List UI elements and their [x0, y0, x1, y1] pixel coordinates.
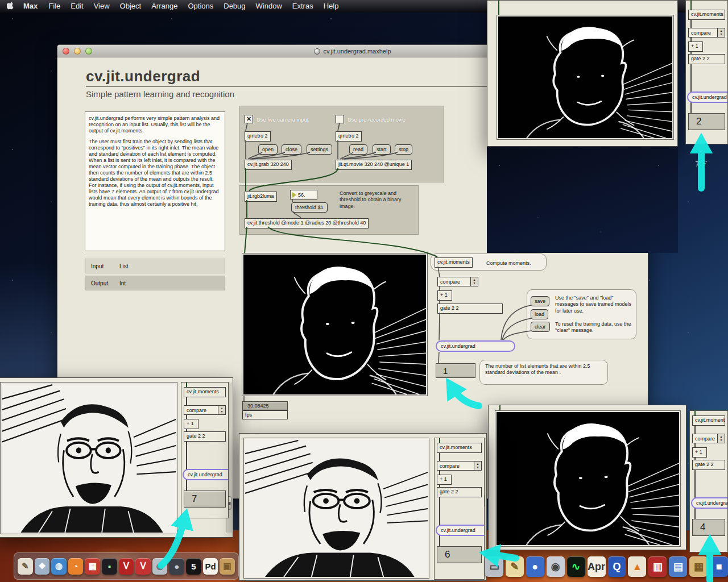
package-box-icon[interactable]: ▣	[220, 558, 235, 575]
io-value: List	[119, 263, 129, 269]
result-number-box[interactable]: 2	[688, 113, 725, 130]
patch-strip-top-right: cv.jit.moments compare + 1 gate 2 2 cv.j…	[685, 0, 728, 144]
menu-window[interactable]: Window	[251, 0, 287, 13]
close-message[interactable]: close	[282, 144, 301, 155]
red-book-icon[interactable]: ▥	[648, 556, 667, 577]
menu-extras[interactable]: Extras	[287, 0, 318, 13]
pure-data-icon[interactable]: Pd	[203, 558, 218, 575]
orb-light-icon[interactable]: ◉	[152, 558, 168, 575]
vmware-a-icon[interactable]: Ⅴ	[119, 558, 134, 575]
object-box-undergrad: cv.jit.undergrad	[183, 469, 229, 480]
settings-message[interactable]: settings	[307, 144, 332, 155]
compare-menu[interactable]: compare	[437, 277, 478, 286]
starfield	[487, 147, 678, 253]
vmware-b-icon[interactable]: Ⅴ	[135, 558, 151, 575]
menu-help[interactable]: Help	[318, 0, 344, 13]
result-number-box[interactable]: 4	[692, 519, 725, 536]
video-display-top-right	[497, 15, 673, 139]
patch-strip-bottom-left: cv.jit.moments compare + 1 gate 2 2 cv.j…	[181, 382, 229, 518]
menu-options[interactable]: Options	[183, 0, 218, 13]
media-app-icon[interactable]: ❖	[35, 558, 50, 575]
red-tool-icon[interactable]: ▦	[85, 558, 100, 575]
firefox-icon[interactable]: ◔	[68, 558, 84, 575]
menu-debug[interactable]: Debug	[218, 0, 250, 13]
save-load-comment: Use the "save" and "load" messages to sa…	[555, 295, 632, 314]
object-box-rgb2luma: jit.rgb2luma	[245, 192, 277, 202]
menu-view[interactable]: View	[89, 0, 115, 13]
camera-icon[interactable]: ◉	[547, 556, 565, 577]
stepper-arrows-icon[interactable]	[218, 406, 225, 414]
threshold-number-box[interactable]: 56.	[290, 190, 317, 199]
menu-file[interactable]: File	[43, 0, 65, 13]
result-comment: The number of list elements that are wit…	[485, 363, 603, 376]
oscilloscope-icon[interactable]: ∿	[567, 556, 585, 577]
file-manager-icon[interactable]: ▤	[669, 556, 687, 577]
object-box-gate: gate 2 2	[692, 460, 725, 470]
object-box-qmetro-movie: qmetro 2	[336, 131, 362, 142]
video-display-bottom-center	[244, 438, 429, 578]
object-box-gate: gate 2 2	[688, 54, 725, 64]
stepper-arrows-icon[interactable]	[717, 434, 725, 443]
blue-orb-icon[interactable]: ●	[526, 556, 544, 577]
video-display-bottom-left	[1, 383, 177, 534]
vlc-cone-icon[interactable]: ▲	[628, 556, 646, 577]
patcher-window-top-right	[487, 0, 678, 147]
stepper-arrows-icon[interactable]	[474, 462, 481, 470]
compare-menu[interactable]: compare	[184, 405, 226, 415]
save-message[interactable]: save	[531, 296, 549, 306]
io-value: Int	[119, 280, 126, 286]
read-message[interactable]: read	[349, 144, 367, 155]
io-table: Input List Output Int	[85, 259, 225, 293]
patch-cord	[499, 405, 500, 411]
compare-menu[interactable]: compare	[688, 28, 725, 38]
number-triangle-icon	[292, 192, 296, 198]
patch-cord	[498, 1, 499, 15]
movie-checkbox[interactable]	[336, 115, 344, 123]
object-box-qmetro-live: qmetro 2	[245, 131, 271, 142]
clear-message[interactable]: clear	[531, 322, 550, 332]
pencil-icon[interactable]: ✎	[506, 556, 524, 577]
compare-menu[interactable]: compare	[437, 461, 482, 471]
threshold-panel: jit.rgb2luma 56. threshold $1 Convert to…	[239, 185, 419, 235]
menu-arrange[interactable]: Arrange	[146, 0, 183, 13]
terminal-icon[interactable]: ▪	[102, 558, 117, 575]
start-message[interactable]: start	[373, 144, 391, 155]
fps-number-box[interactable]: 30.08425	[242, 401, 288, 410]
stepper-arrows-icon[interactable]	[717, 28, 725, 37]
stepper-arrows-icon[interactable]	[470, 277, 478, 286]
threshold-comment: Convert to greyscale and threshold to ob…	[340, 190, 413, 210]
apr-app-icon[interactable]: Apr	[588, 556, 606, 577]
draw-tool-icon[interactable]: ✎	[18, 558, 33, 575]
live-camera-checkbox[interactable]	[245, 115, 253, 123]
dock-left: ✎❖◍◔▦▪ⅤⅤ◉●5Pd▣	[14, 552, 239, 580]
object-box-undergrad: cv.jit.undergrad	[436, 525, 485, 536]
stop-message[interactable]: stop	[395, 144, 412, 155]
compare-label: compare	[438, 277, 470, 286]
patch-strip-bottom-center: cv.jit.moments compare + 1 gate 2 2 cv.j…	[434, 438, 485, 580]
folders-icon[interactable]: ▦	[689, 556, 708, 577]
browser-globe-icon[interactable]: ◍	[51, 558, 67, 575]
laptop-icon[interactable]: ▭	[485, 556, 503, 577]
menu-object[interactable]: Object	[115, 0, 147, 13]
blue-app-icon[interactable]: ■	[710, 556, 728, 577]
description-paragraph-2: The user must first train the object by …	[89, 139, 221, 207]
menu-edit[interactable]: Edit	[65, 0, 88, 13]
threshold-message[interactable]: threshold $1	[291, 202, 328, 213]
fps-label-box: fps	[242, 410, 288, 419]
quicktime-icon[interactable]: Q	[608, 556, 626, 577]
open-message[interactable]: open	[258, 144, 278, 155]
result-number-box[interactable]: 7	[184, 490, 226, 508]
object-box-undergrad: cv.jit.undergrad	[691, 497, 728, 509]
load-message[interactable]: load	[531, 309, 548, 319]
object-box-plus-one: + 1	[437, 475, 452, 485]
result-number-box[interactable]: 1	[436, 363, 475, 378]
badge-5-icon[interactable]: 5	[186, 558, 201, 575]
io-label: Output	[85, 280, 119, 286]
object-box-moments: cv.jit.moments	[688, 10, 725, 20]
menu-max[interactable]: Max	[18, 0, 43, 13]
apple-icon[interactable]	[7, 2, 14, 11]
orb-dark-icon[interactable]: ●	[169, 558, 184, 575]
result-number-box[interactable]: 6	[437, 546, 482, 563]
compare-menu[interactable]: compare	[692, 434, 725, 443]
description-paragraph-1: cv.jit.undergrad performs very simple pa…	[89, 115, 221, 134]
